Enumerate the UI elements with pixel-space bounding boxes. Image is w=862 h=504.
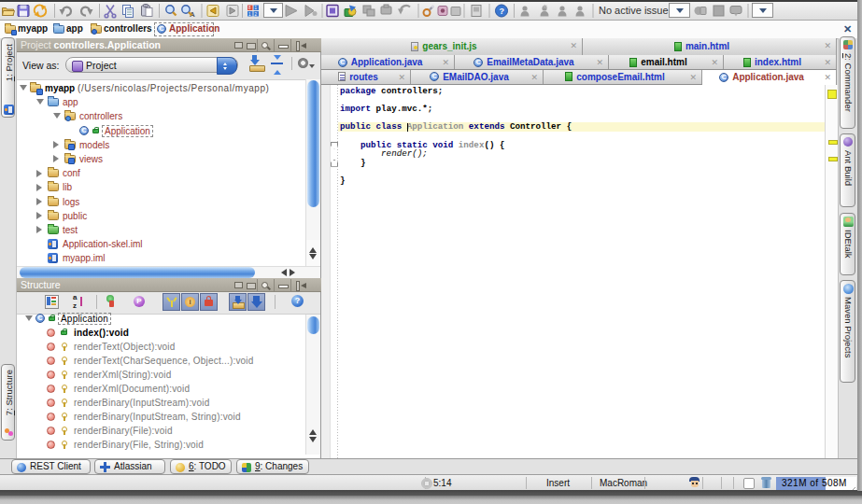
svg-text:?: ? <box>500 7 505 16</box>
